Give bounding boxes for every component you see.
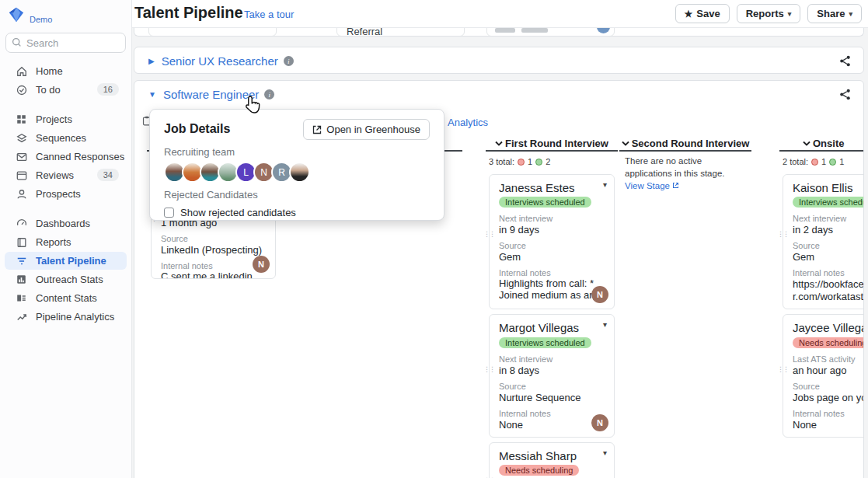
empty-stage-message: There are no active applications in this… (625, 155, 743, 192)
sidebar-item-reviews[interactable]: Reviews 34 (5, 166, 127, 184)
reports-dropdown-button[interactable]: Reports ▾ (737, 4, 801, 23)
job-section-senior-ux-researcher: ▶ Senior UX Researcher i (134, 47, 864, 74)
card-menu-caret-icon[interactable]: ▾ (603, 448, 607, 457)
sidebar-item-dashboards[interactable]: Dashboards (5, 215, 127, 232)
take-a-tour-link[interactable]: Take a tour (244, 9, 294, 20)
card-menu-caret-icon[interactable]: ▾ (603, 320, 607, 329)
sidebar-item-projects[interactable]: Projects (5, 110, 127, 128)
candidate-card-janessa-estes[interactable]: ⋮⋮ Janessa Estes ▾ Interviews scheduled … (489, 174, 615, 309)
show-rejected-label: Show rejected candidates (180, 207, 296, 218)
status-badge: Interviews scheduled (793, 197, 864, 208)
field-label: Internal notes (793, 268, 864, 277)
red-status-dot (811, 159, 818, 166)
field-label: Internal notes (161, 261, 266, 270)
avatar: N (253, 256, 270, 273)
brand[interactable]: Demo (0, 0, 131, 26)
share-icon[interactable] (839, 89, 851, 103)
view-stage-link[interactable]: View Stage (625, 181, 679, 190)
drag-handle-icon[interactable]: ⋮⋮ (483, 366, 494, 373)
bar-chart-icon (16, 274, 27, 285)
field-label: Next interview (499, 214, 605, 223)
sidebar-nav: Home To do 16 Projects Sequences Canned … (0, 62, 131, 326)
chevron-down-icon: ▾ (788, 10, 792, 18)
status-badge: Needs scheduling (793, 337, 864, 348)
notes-value: https://bookface.yc (793, 278, 864, 290)
reviews-panel-icon (16, 169, 27, 181)
drag-handle-icon[interactable]: ⋮⋮ (777, 231, 788, 238)
field-label: Internal notes (499, 409, 605, 418)
recruiting-team-avatars: L N R (164, 162, 430, 183)
candidate-card-kaison-ellis[interactable]: ⋮⋮ Kaison Ellis Interviews scheduled Nex… (783, 174, 864, 309)
open-in-greenhouse-button[interactable]: Open in Greenhouse (303, 119, 430, 140)
topbar: Talent Pipeline Take a tour ★ Save Repor… (132, 0, 868, 28)
drag-handle-icon[interactable]: ⋮⋮ (777, 366, 788, 373)
sidebar-item-prospects[interactable]: Prospects (5, 185, 127, 203)
sidebar-item-sequences[interactable]: Sequences (5, 129, 127, 147)
trend-line-icon (16, 311, 27, 323)
source-value: Gem (793, 251, 864, 263)
sidebar: Demo Home To do 16 Projects (0, 0, 132, 478)
clipped-text-fragment (495, 28, 515, 33)
card-menu-caret-icon[interactable]: ▾ (603, 180, 607, 189)
field-value: in 2 days (793, 224, 864, 236)
share-dropdown-button[interactable]: Share ▾ (807, 4, 862, 23)
expanded-triangle-icon[interactable]: ▼ (148, 90, 156, 99)
clipped-text-fragment (521, 28, 548, 33)
external-link-icon (312, 125, 322, 134)
candidate-name: Margot Villegas (499, 321, 605, 334)
stage-totals: 2 total: 1 1 (779, 157, 864, 166)
share-icon[interactable] (839, 55, 851, 70)
field-value: an hour ago (793, 365, 864, 376)
candidate-card-messiah-sharp[interactable]: ⋮⋮ Messiah Sharp ▾ Needs scheduling Last… (489, 442, 615, 478)
avatar: N (591, 286, 608, 303)
job-section-title[interactable]: Software Engineer (163, 88, 259, 101)
field-label: Next interview (793, 214, 864, 223)
sidebar-item-talent-pipeline[interactable]: Talent Pipeline (5, 252, 127, 270)
avatar (597, 28, 610, 33)
info-icon[interactable]: i (284, 56, 294, 66)
status-badge: Interviews scheduled (499, 197, 591, 208)
red-status-dot (518, 159, 525, 166)
search-input[interactable] (5, 33, 126, 53)
info-icon[interactable]: i (264, 89, 274, 99)
chevron-down-icon (622, 141, 629, 146)
brand-name: Demo (30, 9, 52, 24)
chevron-down-icon (803, 141, 810, 146)
sidebar-item-outreach-stats[interactable]: Outreach Stats (5, 270, 127, 288)
notes-value: None (793, 419, 864, 431)
sidebar-item-todo[interactable]: To do 16 (5, 81, 127, 99)
stage-column-header[interactable]: Second Round Interview (619, 137, 751, 152)
candidate-card-margot-villegas[interactable]: ⋮⋮ Margot Villegas ▾ Interviews schedule… (489, 314, 615, 437)
sidebar-item-canned-responses[interactable]: Canned Responses (5, 148, 127, 166)
candidate-card-jaycee-villegas[interactable]: ⋮⋮ Jaycee Villegas Needs scheduling Last… (783, 314, 864, 437)
stage-column-header[interactable]: Onsite (779, 137, 864, 152)
candidate-name: Kaison Ellis (793, 181, 864, 194)
sidebar-item-home[interactable]: Home (5, 62, 127, 80)
show-rejected-checkbox[interactable] (164, 208, 174, 218)
drag-handle-icon[interactable]: ⋮⋮ (483, 231, 494, 238)
projects-grid-icon (16, 113, 27, 125)
external-link-icon (672, 182, 679, 189)
envelope-icon (16, 151, 27, 162)
green-status-dot (535, 159, 542, 166)
save-button[interactable]: ★ Save (675, 4, 730, 23)
star-icon: ★ (685, 9, 693, 19)
collapsed-triangle-icon[interactable]: ▶ (148, 57, 155, 65)
job-section-title[interactable]: Senior UX Researcher (162, 54, 278, 68)
field-value: in 9 days (499, 224, 605, 236)
avatar: N (591, 414, 608, 431)
sidebar-item-pipeline-analytics[interactable]: Pipeline Analytics (5, 308, 127, 326)
stage-column-first-round-interview: First Round Interview 3 total: 1 2 ⋮⋮ Ja… (486, 137, 618, 478)
sequences-layers-icon (16, 132, 27, 144)
field-label: Last ATS activity (793, 354, 864, 364)
field-label: Source (793, 382, 864, 391)
tab-analytics[interactable]: Analytics (448, 117, 488, 128)
clipped-previous-section: Referral (134, 28, 864, 37)
stage-column-header[interactable]: First Round Interview (486, 137, 618, 152)
source-value: LinkedIn (Prospecting) (161, 244, 266, 256)
sidebar-item-reports[interactable]: Reports (5, 233, 127, 251)
sidebar-item-content-stats[interactable]: Content Stats (5, 289, 127, 307)
field-label: Source (499, 241, 605, 250)
candidate-name: Messiah Sharp (499, 449, 605, 462)
search-icon (12, 37, 22, 47)
